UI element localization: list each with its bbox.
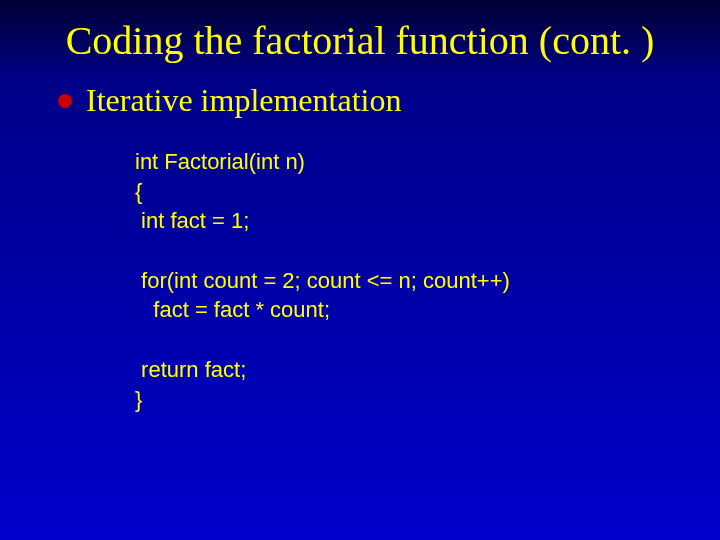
slide-title: Coding the factorial function (cont. ) [40, 18, 680, 64]
code-block: int Factorial(int n) { int fact = 1; for… [135, 147, 680, 414]
bullet-item: Iterative implementation [58, 82, 680, 119]
bullet-icon [58, 94, 72, 108]
bullet-text: Iterative implementation [86, 82, 401, 119]
